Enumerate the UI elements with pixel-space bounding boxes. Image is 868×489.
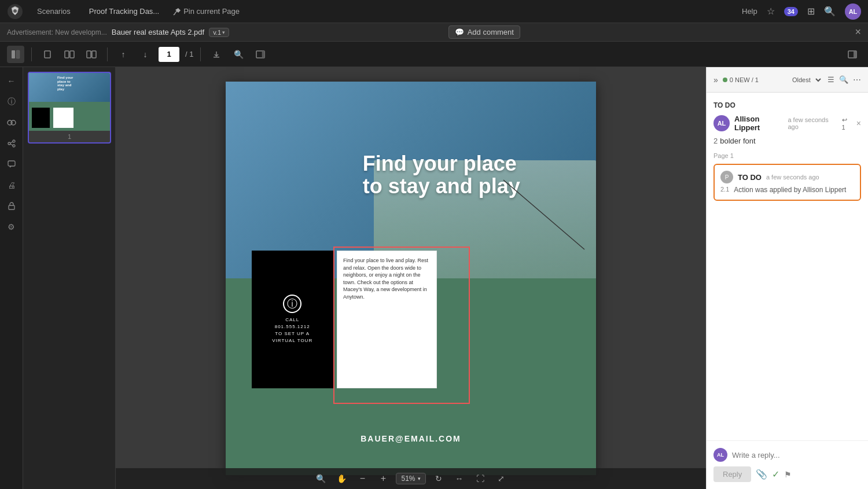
prev-page-btn[interactable]: ↑: [115, 46, 132, 63]
page-thumbnail-1[interactable]: Find yourplace tostay andplay 1: [28, 72, 111, 144]
document-toolbar: ↑ ↓ 1 / 1 🔍: [0, 42, 868, 67]
comment-side-btn[interactable]: [2, 155, 21, 174]
comments-panel: » 0 NEW / 1 Oldest Newest ☰ 🔍 ⋯ TO DO: [706, 67, 868, 489]
top-right-actions: Help ☆ 34 ⊞ 🔍 AL: [742, 3, 861, 20]
resize-handle[interactable]: [116, 67, 119, 489]
close-comment-btn[interactable]: ×: [856, 119, 861, 128]
right-panel-toggle[interactable]: [844, 46, 861, 63]
reply-input-row: AL: [713, 448, 861, 462]
attach-icon[interactable]: 📎: [756, 469, 767, 480]
svg-line-22: [10, 144, 13, 145]
panel-title-area: TO DO: [713, 100, 861, 110]
main-layout: ← ⓘ 🖨: [0, 67, 868, 489]
comment-header: AL Allison Lippert a few seconds ago ↩ 1…: [713, 115, 861, 132]
new-indicator: [723, 78, 727, 82]
star-icon[interactable]: ☆: [767, 6, 775, 17]
single-page-icon: [43, 50, 52, 58]
reply-button[interactable]: Reply: [713, 466, 751, 482]
page-number-input[interactable]: 1: [159, 47, 179, 62]
user-avatar[interactable]: AL: [845, 3, 861, 20]
reply-count: ↩ 1: [842, 116, 852, 131]
two-page-icon: [64, 50, 75, 58]
filter-icon[interactable]: ☰: [827, 75, 834, 84]
comment-number: 2: [713, 137, 718, 145]
todo-card-header: P TO DO a few seconds ago: [720, 171, 854, 183]
svg-rect-24: [9, 205, 14, 209]
next-page-btn[interactable]: ↓: [137, 46, 154, 63]
zoom-display[interactable]: 51% ▾: [396, 473, 425, 484]
cta-info-icon: ⓘ: [283, 295, 301, 313]
breadcrumb-bar: Advertisement: New developm... Bauer rea…: [0, 23, 868, 42]
two-page-btn[interactable]: [61, 46, 78, 63]
settings-btn[interactable]: ⚙: [2, 218, 21, 236]
expand-panel-btn[interactable]: [252, 46, 269, 63]
todo-action-text: Action was applied by Allison Lippert: [734, 186, 846, 194]
svg-rect-4: [16, 50, 20, 58]
expand-btn[interactable]: ⤢: [493, 470, 509, 487]
search-icon-panel[interactable]: 🔍: [839, 75, 848, 84]
compare-btn[interactable]: [83, 46, 100, 63]
reply-user-avatar: AL: [713, 448, 727, 462]
hand-tool-btn[interactable]: ✋: [333, 470, 350, 487]
add-comment-button[interactable]: 💬 Add comment: [448, 25, 520, 39]
sort-select[interactable]: Oldest Newest: [790, 76, 823, 84]
rotate-btn[interactable]: ↻: [431, 470, 447, 487]
nav-scenarios[interactable]: Scenarios: [32, 5, 75, 18]
page-label: Page 1: [713, 152, 861, 159]
lock-icon: [8, 202, 15, 210]
back-btn[interactable]: ←: [2, 72, 21, 90]
nav-proof-tracking[interactable]: Proof Tracking Das...: [84, 5, 164, 18]
help-button[interactable]: Help: [742, 7, 757, 16]
fit-width-btn[interactable]: ↔: [451, 470, 468, 487]
ad-breadcrumb: Advertisement: New developm...: [7, 28, 107, 36]
fullscreen-btn[interactable]: ⛶: [472, 470, 488, 487]
app-logo[interactable]: [7, 3, 23, 20]
panel-title: TO DO: [713, 101, 735, 109]
comment-side-icon: [8, 160, 16, 168]
todo-card-label: TO DO: [738, 173, 762, 182]
comment-text: bolder font: [720, 137, 755, 145]
grid-icon[interactable]: ⊞: [807, 6, 815, 17]
toolbar-separator-3: [200, 47, 201, 61]
lock-btn[interactable]: [2, 197, 21, 215]
expand-panel-icon: [256, 50, 265, 58]
pin-page-button[interactable]: Pin current Page: [173, 7, 240, 16]
search-icon-top[interactable]: 🔍: [824, 6, 836, 17]
share-btn[interactable]: [2, 134, 21, 153]
download-icon: [212, 50, 220, 58]
doc-cta-box: ⓘ CALL801.555.1212TO SET UP AVIRTUAL TOU…: [252, 251, 333, 388]
toolbar-separator-2: [107, 47, 108, 61]
more-options-icon[interactable]: ⋯: [853, 75, 861, 84]
info-btn[interactable]: ⓘ: [2, 93, 21, 111]
reply-area: AL Reply 📎 ✓ ⚑: [707, 440, 868, 489]
single-page-btn[interactable]: [39, 46, 56, 63]
svg-rect-13: [262, 51, 264, 58]
download-btn[interactable]: [208, 46, 225, 63]
share-icon: [8, 139, 16, 148]
zoom-out-btn[interactable]: −: [354, 470, 370, 487]
panel-toggle-btn[interactable]: [7, 46, 24, 63]
zoom-in-btn[interactable]: 🔍: [312, 470, 329, 487]
collapse-panel-btn[interactable]: »: [713, 75, 718, 84]
version-badge[interactable]: v.1 ▾: [209, 28, 229, 37]
bottom-toolbar: 🔍 ✋ − + 51% ▾ ↻ ↔ ⛶ ⤢: [116, 468, 706, 489]
todo-card-time: a few seconds ago: [766, 174, 819, 181]
content-area: Find your place to stay and play ⓘ CALL8…: [116, 67, 706, 489]
compare-side-icon: [7, 118, 16, 127]
resolve-icon[interactable]: ✓: [772, 469, 779, 480]
print-btn[interactable]: 🖨: [2, 176, 21, 194]
comment-meta: Allison Lippert a few seconds ago ↩ 1: [734, 115, 852, 132]
close-doc-btn[interactable]: ×: [855, 26, 861, 38]
logo-icon: [7, 3, 23, 20]
doc-headline: Find your place to stay and play: [363, 152, 529, 198]
search-doc-btn[interactable]: 🔍: [230, 46, 247, 63]
svg-point-20: [13, 145, 15, 147]
notification-badge[interactable]: 34: [784, 7, 798, 16]
compare-side-btn[interactable]: [2, 113, 21, 132]
doc-email: BAUER@EMAIL.COM: [226, 434, 596, 443]
flag-icon[interactable]: ⚑: [784, 470, 792, 479]
svg-rect-7: [70, 51, 74, 58]
zoom-in-plus-btn[interactable]: +: [375, 470, 391, 487]
todo-card[interactable]: P TO DO a few seconds ago 2.1 Action was…: [713, 164, 861, 201]
reply-input[interactable]: [732, 448, 861, 462]
